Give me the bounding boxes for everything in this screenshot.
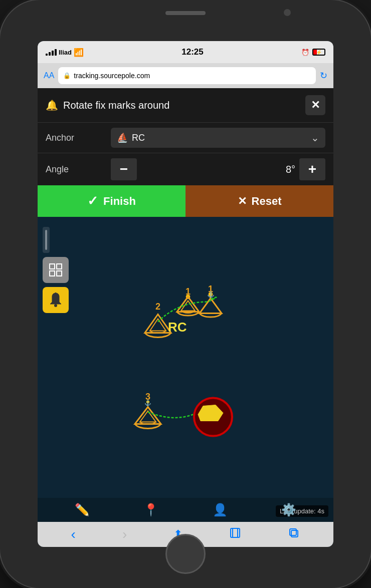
signal-bar-3 [52, 51, 54, 56]
refresh-icon[interactable]: ↻ [320, 70, 327, 81]
svg-rect-17 [291, 530, 298, 537]
camera [284, 9, 291, 16]
battery-bolt: ⚡ [316, 50, 322, 55]
home-button[interactable] [165, 534, 206, 574]
url-bar[interactable]: 🔒 tracking.sourcepole.com [58, 67, 316, 84]
finish-check-icon: ✓ [87, 193, 98, 209]
signal-bar-1 [46, 54, 48, 56]
anchor-label: Anchor [46, 133, 111, 143]
form-section: Anchor ⛵ RC ⌄ Angle − 8° + [38, 122, 333, 185]
status-right: ⏰ ⚡ [301, 49, 325, 56]
bookmarks-icon [229, 527, 241, 539]
status-time: 12:25 [181, 47, 203, 57]
wifi-icon: 📶 [74, 48, 84, 57]
angle-control: − 8° + [111, 158, 325, 180]
reset-label: Reset [252, 195, 282, 208]
battery: ⚡ [312, 49, 325, 56]
angle-label: Angle [46, 164, 111, 175]
angle-value: 8° [137, 164, 299, 175]
rc-label: RC [168, 320, 187, 335]
chevron-down-icon: ⌄ [311, 132, 319, 144]
finish-button[interactable]: ✓ Finish [38, 185, 186, 217]
modal-title-text: Rotate fix marks around [63, 100, 169, 111]
forward-button[interactable]: › [122, 526, 127, 542]
back-button[interactable]: ‹ [71, 526, 76, 542]
url-text: tracking.sourcepole.com [74, 72, 150, 80]
person-icon[interactable]: 👤 [213, 503, 228, 517]
anchor-boat-icon: ⛵ [117, 132, 128, 143]
phone-frame: Iliad 📶 12:25 ⏰ ⚡ AA 🔒 tracking.sourcepo… [0, 0, 371, 588]
map-bottom-toolbar: ✏️ 📍 👤 ⚙️ [38, 498, 333, 522]
status-left: Iliad 📶 [46, 48, 84, 57]
angle-stepper: − 8° + [111, 158, 325, 180]
svg-rect-15 [231, 528, 240, 537]
svg-text:⚓: ⚓ [207, 290, 215, 298]
svg-text:2: 2 [155, 302, 160, 312]
tabs-icon [288, 527, 300, 539]
tabs-button[interactable] [288, 527, 300, 542]
speaker [165, 11, 206, 15]
bell-icon: 🔔 [46, 99, 58, 111]
angle-minus-button[interactable]: − [111, 158, 137, 180]
aa-button[interactable]: AA [44, 71, 54, 80]
signal-bars [46, 49, 57, 56]
modal-title: 🔔 Rotate fix marks around [46, 99, 169, 111]
reset-button[interactable]: ✕ Reset [186, 185, 333, 217]
battery-body: ⚡ [312, 49, 325, 56]
anchor-dropdown[interactable]: ⛵ RC ⌄ [111, 128, 325, 148]
map-svg: 1 1 ⚓ [38, 217, 333, 522]
signal-bar-2 [49, 52, 51, 56]
browser-bar: AA 🔒 tracking.sourcepole.com ↻ [38, 63, 333, 88]
finish-label: Finish [103, 195, 136, 208]
edit-icon[interactable]: ✏️ [75, 503, 90, 517]
angle-plus-button[interactable]: + [299, 158, 325, 180]
anchor-control: ⛵ RC ⌄ [111, 128, 325, 148]
close-button[interactable]: ✕ [305, 95, 325, 115]
anchor-row: Anchor ⛵ RC ⌄ [38, 122, 333, 153]
bookmarks-button[interactable] [229, 527, 241, 542]
alarm-icon: ⏰ [301, 49, 309, 56]
lock-icon: 🔒 [63, 72, 71, 79]
signal-bar-4 [55, 49, 57, 56]
angle-row: Angle − 8° + [38, 153, 333, 185]
location-icon[interactable]: 📍 [143, 503, 158, 517]
status-bar: Iliad 📶 12:25 ⏰ ⚡ [38, 41, 333, 63]
svg-text:⚓: ⚓ [144, 399, 151, 406]
settings-icon[interactable]: ⚙️ [281, 503, 296, 517]
reset-x-icon: ✕ [238, 195, 247, 208]
carrier-label: Iliad [59, 49, 72, 56]
action-row: ✓ Finish ✕ Reset [38, 185, 333, 217]
svg-rect-16 [290, 529, 296, 535]
phone-screen: Iliad 📶 12:25 ⏰ ⚡ AA 🔒 tracking.sourcepo… [38, 41, 333, 547]
modal-header: 🔔 Rotate fix marks around ✕ [38, 88, 333, 122]
anchor-value: RC [132, 133, 145, 143]
map-area[interactable]: 1 1 ⚓ [38, 217, 333, 522]
